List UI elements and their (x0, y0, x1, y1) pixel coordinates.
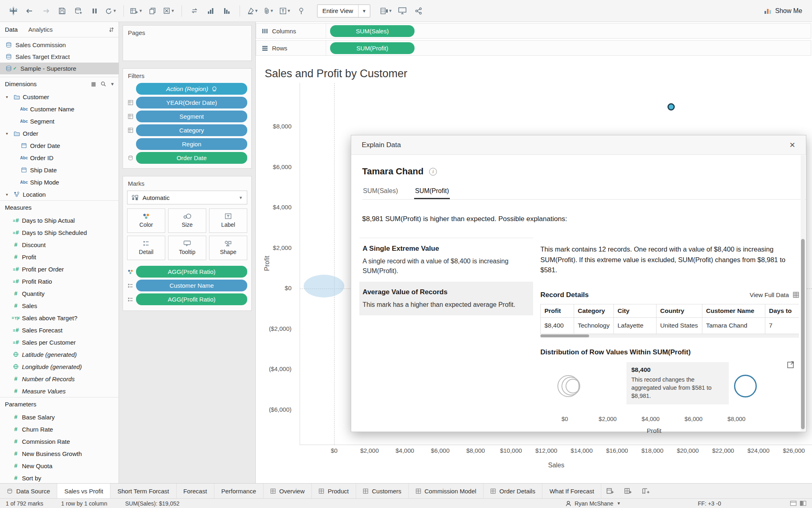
find-field-icon[interactable] (101, 81, 106, 87)
sheet-tab[interactable]: What If Forecast (542, 484, 601, 498)
measure-field[interactable]: =#Sales per Customer (0, 336, 119, 348)
presentation-mode-button[interactable] (395, 4, 409, 18)
detail-button[interactable]: Detail (127, 236, 165, 260)
chevron-down-icon[interactable]: ▼ (239, 195, 243, 200)
show-cards-button[interactable]: ▼ (379, 4, 393, 18)
tooltip-button[interactable]: Tooltip (168, 236, 206, 260)
marks-pill[interactable]: AGG(Profit Ratio) (136, 293, 247, 305)
horizontal-scrollbar[interactable] (540, 334, 799, 338)
data-source-item[interactable]: Sales Target Extract (0, 51, 119, 63)
tab-data[interactable]: Data (5, 26, 18, 33)
filter-pill[interactable]: Action (Region) (136, 83, 247, 95)
chevron-down-icon[interactable]: ▼ (617, 501, 621, 506)
filter-pill[interactable]: Segment (136, 111, 247, 122)
show-filmstrip-icon[interactable] (790, 501, 797, 506)
table-row[interactable]: $8,400TechnologyLafayetteUnited StatesTa… (541, 317, 799, 334)
measure-field[interactable]: #Number of Records (0, 373, 119, 385)
chevron-down-icon[interactable]: ▼ (389, 9, 393, 13)
vertical-scrollbar[interactable] (801, 155, 805, 431)
sheet-tab[interactable]: Order Details (484, 484, 542, 498)
dimension-field[interactable]: AbcCustomer Name (0, 103, 119, 115)
chevron-down-icon[interactable]: ▼ (139, 9, 143, 13)
measure-field[interactable]: #Sales (0, 300, 119, 312)
new-story-tab-button[interactable] (637, 484, 655, 498)
view-data-icon[interactable]: ▦ (91, 81, 96, 87)
show-sheet-sorter-icon[interactable] (800, 501, 806, 506)
measure-field[interactable]: =#Days to Ship Actual (0, 214, 119, 226)
sheet-tab[interactable]: Data Source (0, 484, 57, 498)
refresh-button[interactable]: ▼ (104, 4, 118, 18)
marks-pill[interactable]: AGG(Profit Ratio) (136, 266, 247, 278)
measure-field[interactable]: =#Profit Ratio (0, 275, 119, 287)
measure-field[interactable]: Longitude (generated) (0, 360, 119, 373)
info-icon[interactable]: i (429, 168, 437, 176)
dimension-field[interactable]: AbcSegment (0, 115, 119, 127)
new-worksheet-button[interactable]: ▼ (130, 4, 143, 18)
measure-field[interactable]: #Discount (0, 239, 119, 251)
new-dashboard-tab-button[interactable] (619, 484, 637, 498)
redo-button[interactable] (39, 4, 53, 18)
parameter-field[interactable]: #Churn Rate (0, 423, 119, 435)
sort-ascending-button[interactable] (204, 4, 218, 18)
parameter-field[interactable]: #Base Salary (0, 411, 119, 423)
sheet-tab[interactable]: Sales vs Profit (57, 484, 110, 498)
columns-shelf[interactable]: Columns SUM(Sales) (256, 23, 811, 39)
sheet-tab[interactable]: Performance (214, 484, 263, 498)
show-me-button[interactable]: Show Me (761, 5, 806, 17)
sheet-tab[interactable]: Product (312, 484, 356, 498)
new-worksheet-tab-button[interactable] (601, 484, 619, 498)
extreme-value-mark[interactable] (734, 375, 757, 397)
tab-sum-profit[interactable]: SUM(Profit) (414, 185, 450, 199)
chevron-down-icon[interactable]: ▼ (255, 9, 259, 13)
chevron-down-icon[interactable]: ▼ (113, 9, 117, 13)
dimension-field[interactable]: Order Date (0, 139, 119, 152)
save-button[interactable] (55, 4, 69, 18)
filter-pill[interactable]: Category (136, 124, 247, 136)
view-full-data-link[interactable]: View Full Data (750, 291, 789, 298)
measure-field[interactable]: #Measure Values (0, 385, 119, 397)
sheet-tab[interactable]: Customers (356, 484, 409, 498)
share-button[interactable] (412, 4, 425, 18)
chevron-down-icon[interactable]: ▼ (287, 9, 291, 13)
size-button[interactable]: Size (168, 208, 206, 233)
pin-button[interactable] (294, 4, 308, 18)
measure-field[interactable]: Latitude (generated) (0, 348, 119, 360)
pill-sum-sales[interactable]: SUM(Sales) (330, 25, 415, 37)
color-button[interactable]: Color (127, 208, 165, 233)
filter-pill[interactable]: Order Date (136, 152, 247, 164)
pill-sum-profit[interactable]: SUM(Profit) (330, 42, 415, 54)
selected-mark[interactable] (667, 103, 675, 111)
duplicate-sheet-button[interactable] (146, 4, 160, 18)
expand-caret-icon[interactable]: ▾ (3, 131, 11, 136)
rows-shelf[interactable]: Rows SUM(Profit) (256, 40, 811, 56)
parameter-field[interactable]: #New Business Growth (0, 447, 119, 460)
chevron-down-icon[interactable]: ▼ (358, 5, 370, 17)
sheet-tab[interactable]: Short Term Forcast (110, 484, 176, 498)
explanation-extreme-value[interactable]: A Single Extreme Value A single record w… (359, 238, 533, 282)
dimension-group[interactable]: ▾Location (0, 188, 119, 200)
pane-switch-icon[interactable] (109, 27, 114, 33)
filter-pill[interactable]: YEAR(Order Date) (136, 97, 247, 109)
measure-field[interactable]: =#Profit per Order (0, 263, 119, 275)
label-button[interactable]: Label (209, 208, 247, 233)
parameter-field[interactable]: #Sort by (0, 472, 119, 483)
marks-pill[interactable]: Customer Name (136, 280, 247, 291)
shape-button[interactable]: Shape (209, 236, 247, 260)
view-data-grid-icon[interactable] (793, 292, 799, 298)
data-source-item[interactable]: ✓Sample - Superstore (0, 63, 119, 74)
chevron-down-icon[interactable]: ▼ (171, 9, 175, 13)
sheet-tab[interactable]: Commission Model (409, 484, 484, 498)
data-source-item[interactable]: Sales Commission (0, 39, 119, 51)
dimension-field[interactable]: AbcShip Mode (0, 176, 119, 188)
mark-type-dropdown[interactable]: Automatic ▼ (127, 191, 247, 204)
measure-field[interactable]: #Quantity (0, 287, 119, 300)
pane-menu-icon[interactable]: ▾ (111, 81, 114, 87)
expand-icon[interactable] (787, 360, 795, 369)
sheet-tab[interactable]: Overview (263, 484, 312, 498)
parameter-field[interactable]: #Commission Rate (0, 435, 119, 447)
add-data-source-button[interactable] (71, 4, 85, 18)
tab-analytics[interactable]: Analytics (28, 26, 53, 33)
clear-sheet-button[interactable]: ▼ (162, 4, 176, 18)
fit-selector[interactable]: Entire View ▼ (317, 4, 370, 17)
close-icon[interactable]: ✕ (787, 139, 798, 151)
